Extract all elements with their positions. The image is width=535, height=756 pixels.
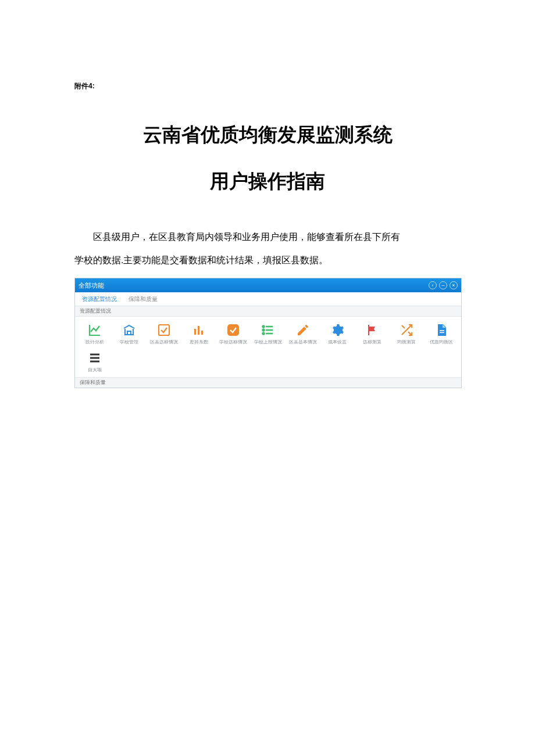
flag-icon bbox=[365, 323, 380, 338]
svg-rect-15 bbox=[440, 332, 444, 334]
func-county-standard[interactable]: 区县达标情况 bbox=[147, 320, 181, 348]
svg-point-8 bbox=[263, 326, 265, 328]
func-cost-setting[interactable]: 成本设置 bbox=[320, 320, 355, 348]
svg-point-10 bbox=[263, 333, 265, 335]
chart-line-icon bbox=[87, 323, 102, 338]
func-school-manage[interactable]: 学校管理 bbox=[112, 320, 147, 348]
bar-chart-icon bbox=[191, 323, 206, 338]
func-label: 统计分析 bbox=[85, 340, 104, 345]
func-standard-calc[interactable]: 达标测算 bbox=[355, 320, 390, 348]
gear-icon bbox=[330, 323, 345, 338]
func-label: 差异系数 bbox=[190, 340, 208, 345]
tab-resource-config[interactable]: 资源配置情况 bbox=[82, 295, 117, 303]
body-text: 区县级用户，在区县教育局内领导和业务用户使用，能够查看所在县下所有 学校的数据.… bbox=[74, 225, 461, 272]
close-icon[interactable]: × bbox=[450, 281, 458, 289]
page-subtitle: 用户操作指南 bbox=[0, 169, 535, 195]
svg-point-9 bbox=[263, 329, 265, 331]
list-icon bbox=[261, 323, 276, 338]
file-icon bbox=[434, 323, 449, 338]
window-titlebar: 全部功能 ‹ – × bbox=[75, 278, 461, 292]
svg-rect-2 bbox=[198, 326, 199, 335]
window-title: 全部功能 bbox=[79, 281, 104, 290]
attachment-label: 附件4: bbox=[74, 81, 95, 91]
func-label: 优质均衡区 bbox=[430, 340, 453, 345]
func-quality-balance-area[interactable]: 优质均衡区 bbox=[424, 320, 459, 348]
svg-rect-0 bbox=[159, 325, 169, 335]
menu-icon bbox=[87, 350, 102, 366]
minimize-icon[interactable]: – bbox=[439, 281, 447, 289]
tab-bar: 资源配置情况 保障和质量 bbox=[75, 292, 461, 306]
func-label: 区县达标情况 bbox=[150, 340, 178, 345]
func-label: 成本设置 bbox=[328, 340, 347, 345]
func-balance-calc[interactable]: 均衡测算 bbox=[390, 320, 425, 348]
section-header-guarantee: 保障和质量 bbox=[75, 377, 461, 388]
building-icon bbox=[122, 323, 137, 338]
function-icon-grid: 统计分析 学校管理 区县达标情况 差异系数 学校达标情况 bbox=[75, 317, 461, 377]
check-square-icon bbox=[156, 323, 172, 338]
func-label: 达标测算 bbox=[363, 340, 381, 345]
app-window: 全部功能 ‹ – × 资源配置情况 保障和质量 资源配置情况 统计分析 学校管理 bbox=[74, 278, 462, 388]
svg-rect-4 bbox=[227, 324, 239, 336]
func-diff-coefficient[interactable]: 差异系数 bbox=[181, 320, 216, 348]
func-school-report[interactable]: 学校上报情况 bbox=[251, 320, 286, 348]
func-self-major[interactable]: 自大项 bbox=[77, 348, 112, 376]
func-school-standard[interactable]: 学校达标情况 bbox=[216, 320, 251, 348]
svg-rect-14 bbox=[440, 330, 444, 331]
func-label: 学校上报情况 bbox=[254, 340, 282, 345]
body-paragraph-2: 学校的数据.主要功能是交看数据和统计结果，填报区县数据。 bbox=[74, 249, 461, 272]
body-paragraph-1: 区县级用户，在区县教育局内领导和业务用户使用，能够查看所在县下所有 bbox=[74, 225, 461, 249]
svg-line-13 bbox=[402, 325, 405, 328]
func-label: 学校达标情况 bbox=[219, 340, 247, 345]
back-icon[interactable]: ‹ bbox=[429, 281, 437, 289]
func-label: 均衡测算 bbox=[397, 340, 416, 345]
tab-guarantee-quality[interactable]: 保障和质量 bbox=[129, 295, 158, 303]
svg-rect-3 bbox=[201, 331, 203, 335]
section-header-resource: 资源配置情况 bbox=[75, 306, 461, 317]
page-title: 云南省优质均衡发展监测系统 bbox=[0, 122, 535, 148]
edit-icon bbox=[295, 323, 311, 338]
func-county-basic[interactable]: 区县基本情况 bbox=[286, 320, 320, 348]
shuffle-icon bbox=[399, 323, 414, 338]
func-label: 学校管理 bbox=[120, 340, 138, 345]
func-stats-analysis[interactable]: 统计分析 bbox=[77, 320, 112, 348]
svg-rect-1 bbox=[194, 329, 196, 335]
check-rounded-icon bbox=[226, 323, 241, 338]
func-label: 自大项 bbox=[88, 368, 102, 372]
func-label: 区县基本情况 bbox=[289, 340, 317, 345]
window-controls: ‹ – × bbox=[429, 281, 458, 289]
